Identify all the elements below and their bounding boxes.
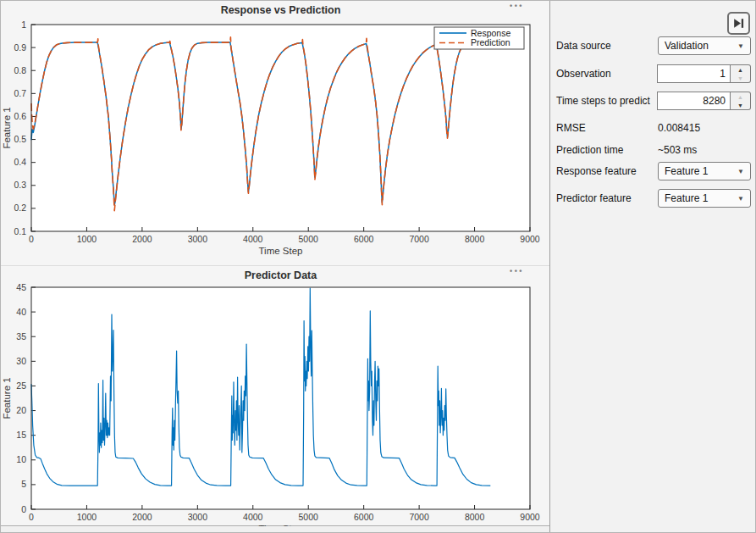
row-rmse: RMSE 0.008415 [556,119,751,137]
predictor-feature-dropdown[interactable]: Feature 1 ▼ [658,189,751,208]
prediction-time-label: Prediction time [556,144,623,156]
y-tick-label: 0.2 [14,203,26,213]
x-tick-label: 7000 [409,512,429,522]
row-predictor-feature: Predictor feature Feature 1 ▼ [556,189,751,208]
charts-area: 01000200030004000500060007000800090000.1… [1,1,549,526]
y-tick-label: 0.6 [14,111,26,121]
x-tick-label: 6000 [354,512,374,522]
x-tick-label: 2000 [132,512,152,522]
y-axis-label: Feature 1 [2,377,12,419]
observation-spin-buttons: ▲ ▼ [731,64,751,83]
x-tick-label: 8000 [465,512,485,522]
x-tick-label: 8000 [465,234,485,244]
predictor-chart-title: Predictor Data [31,269,530,281]
x-axis-label: Time Step [259,246,303,256]
response-chart-title: Response vs Prediction [31,4,530,16]
chevron-down-icon: ▼ [737,168,744,175]
y-tick-label: 20 [16,405,26,415]
x-tick-label: 1000 [77,234,97,244]
row-prediction-time: Prediction time ~503 ms [556,141,751,159]
x-tick-label: 4000 [243,234,263,244]
plot-background [31,25,530,231]
x-tick-label: 7000 [409,234,429,244]
time-steps-input[interactable] [657,92,731,110]
y-tick-label: 0.8 [14,65,26,75]
y-tick-label: 25 [16,380,26,391]
chevron-down-icon: ▼ [737,195,744,203]
legend-label-prediction: Prediction [471,37,510,47]
y-tick-label: 30 [16,356,26,366]
row-response-feature: Response feature Feature 1 ▼ [556,162,751,180]
x-tick-label: 3000 [188,234,208,244]
x-tick-label: 9000 [520,512,540,522]
row-time-steps: Time steps to predict ▲ ▼ [556,92,751,110]
response-prediction-chart: 01000200030004000500060007000800090000.1… [1,1,549,266]
y-tick-label: 45 [16,282,26,292]
x-tick-label: 5000 [299,512,319,522]
y-tick-label: 10 [16,454,26,464]
time-steps-spinner: ▲ ▼ [657,92,751,110]
observation-label: Observation [556,68,611,80]
data-source-value: Validation [665,40,709,52]
y-tick-label: 0.7 [14,88,26,98]
x-tick-label: 0 [29,234,34,244]
y-tick-label: 0.1 [14,226,26,236]
y-tick-label: 0.3 [14,180,26,190]
rmse-value: 0.008415 [658,122,700,134]
skip-forward-icon [732,18,745,29]
predictor-feature-label: Predictor feature [556,192,632,204]
y-tick-label: 40 [16,307,26,317]
y-tick-label: 15 [16,430,26,440]
time-steps-label: Time steps to predict [556,95,650,107]
time-steps-spin-buttons: ▲ ▼ [731,92,751,110]
spinner-down-icon[interactable]: ▼ [731,74,750,82]
step-forward-button[interactable] [727,12,750,35]
response-chart-panel: 01000200030004000500060007000800090000.1… [1,1,549,266]
x-axis-label: Time Step [259,524,303,526]
x-tick-label: 9000 [520,234,540,244]
y-tick-label: 35 [16,331,26,341]
x-tick-label: 6000 [354,234,374,244]
legend-label-response: Response [471,28,510,38]
response-feature-label: Response feature [556,165,637,177]
y-tick-label: 0 [21,504,26,514]
rmse-label: RMSE [556,122,586,134]
axes-toolbar-ellipsis-icon[interactable]: ••• [510,267,524,275]
spinner-up-icon[interactable]: ▲ [731,65,750,74]
x-tick-label: 1000 [77,512,97,522]
data-source-dropdown[interactable]: Validation ▼ [658,36,751,55]
y-tick-label: 0.9 [14,42,26,53]
response-feature-value: Feature 1 [665,165,708,177]
predictor-chart-panel: 0100020003000400050006000700080009000051… [1,266,549,526]
chevron-down-icon: ▼ [737,42,744,50]
x-tick-label: 0 [29,512,34,522]
app-window: 01000200030004000500060007000800090000.1… [0,0,756,533]
y-tick-label: 0.5 [14,134,26,144]
y-tick-label: 1 [21,19,26,30]
data-source-label: Data source [556,40,611,52]
predictor-feature-value: Feature 1 [665,192,708,204]
spinner-down-icon[interactable]: ▼ [731,101,750,109]
x-tick-label: 2000 [132,234,152,244]
row-observation: Observation ▲ ▼ [556,64,751,83]
predictor-data-chart: 0100020003000400050006000700080009000051… [1,266,549,526]
prediction-time-value: ~503 ms [658,144,697,156]
observation-input[interactable] [657,64,731,83]
axes-toolbar-ellipsis-icon[interactable]: ••• [510,2,524,10]
response-feature-dropdown[interactable]: Feature 1 ▼ [658,162,751,180]
x-tick-label: 4000 [243,512,263,522]
y-tick-label: 5 [21,479,26,489]
x-tick-label: 3000 [188,512,208,522]
observation-spinner: ▲ ▼ [657,64,751,83]
controls-panel: Data source Validation ▼ Observation ▲ ▼… [549,1,756,533]
spinner-up-icon[interactable]: ▲ [731,92,750,101]
y-axis-label: Feature 1 [2,107,12,148]
x-tick-label: 5000 [299,234,319,244]
y-tick-label: 0.4 [14,157,26,167]
row-data-source: Data source Validation ▼ [556,36,751,55]
